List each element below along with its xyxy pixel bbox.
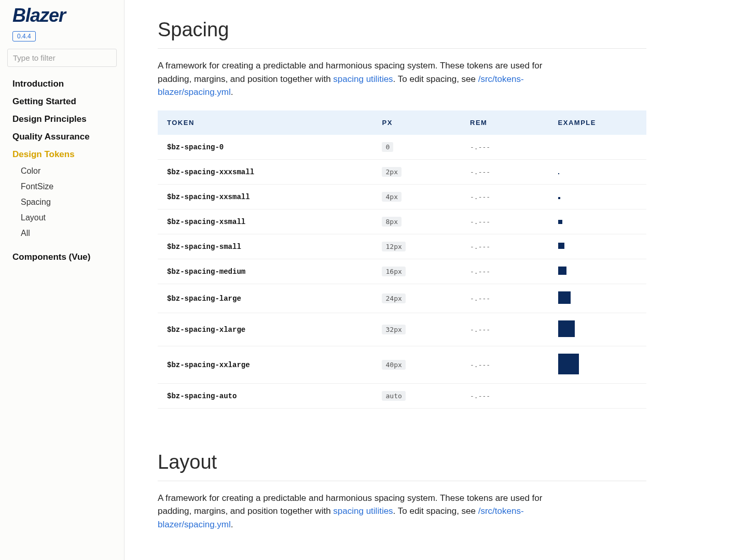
intro-text-post: . — [231, 87, 233, 97]
intro-text-mid: . To edit spacing, see — [393, 74, 478, 84]
spacing-swatch — [558, 197, 560, 199]
px-value: 16px — [382, 267, 405, 276]
token-name: $bz-spacing-0 — [167, 143, 224, 151]
table-row: $bz-spacing-xxlarge40px-.--- — [158, 346, 646, 383]
subnav-layout[interactable]: Layout — [0, 210, 124, 226]
nav-design-tokens[interactable]: Design Tokens — [0, 146, 124, 163]
intro-text-mid-2: . To edit spacing, see — [393, 506, 478, 516]
token-name: $bz-spacing-xxlarge — [167, 361, 250, 369]
rem-value: -.--- — [470, 326, 490, 333]
px-value: 2px — [382, 167, 401, 177]
nav-components-vue[interactable]: Components (Vue) — [0, 248, 124, 266]
section-title-layout: Layout — [158, 445, 646, 481]
version-badge: 0.4.4 — [12, 31, 36, 41]
table-row: $bz-spacing-00-.--- — [158, 135, 646, 160]
link-spacing-utilities[interactable]: spacing utilities — [333, 74, 393, 84]
token-name: $bz-spacing-small — [167, 243, 241, 251]
logo-wrap: Blazer — [0, 6, 124, 28]
px-value: 0 — [382, 142, 393, 152]
spacing-swatch — [558, 220, 562, 224]
nav-design-principles[interactable]: Design Principles — [0, 110, 124, 128]
token-name: $bz-spacing-auto — [167, 392, 237, 400]
nav-introduction[interactable]: Introduction — [0, 75, 124, 93]
spacing-token-table: TOKEN PX REM EXAMPLE $bz-spacing-00-.---… — [158, 110, 646, 409]
spacing-intro: A framework for creating a predictable a… — [158, 59, 562, 99]
token-name: $bz-spacing-medium — [167, 268, 245, 276]
rem-value: -.--- — [470, 193, 490, 201]
token-name: $bz-spacing-xxsmall — [167, 193, 250, 201]
token-name: $bz-spacing-large — [167, 295, 241, 303]
subnav-spacing[interactable]: Spacing — [0, 194, 124, 210]
rem-value: -.--- — [470, 143, 490, 151]
sidebar: Blazer 0.4.4 Introduction Getting Starte… — [0, 0, 125, 560]
th-rem: REM — [461, 110, 549, 135]
token-name: $bz-spacing-xxxsmall — [167, 168, 254, 176]
rem-value: -.--- — [470, 392, 490, 400]
intro-text-post-2: . — [231, 520, 233, 529]
spacing-swatch — [558, 320, 575, 337]
table-row: $bz-spacing-autoauto-.--- — [158, 383, 646, 408]
rem-value: -.--- — [470, 361, 490, 369]
nav-quality-assurance[interactable]: Quality Assurance — [0, 128, 124, 146]
filter-input[interactable] — [7, 49, 117, 67]
logo-text: Blazer — [12, 5, 65, 26]
rem-value: -.--- — [470, 268, 490, 275]
layout-intro: A framework for creating a predictable a… — [158, 492, 562, 531]
px-value: 4px — [382, 192, 401, 202]
px-value: 8px — [382, 217, 401, 227]
th-example: EXAMPLE — [549, 110, 646, 135]
th-px: PX — [372, 110, 461, 135]
px-value: 12px — [382, 242, 405, 251]
rem-value: -.--- — [470, 295, 490, 302]
content-wrap: Spacing A framework for creating a predi… — [125, 0, 680, 560]
table-row: $bz-spacing-xlarge32px-.--- — [158, 313, 646, 346]
rem-value: -.--- — [470, 243, 490, 250]
spacing-swatch — [558, 173, 559, 174]
section-title-spacing: Spacing — [158, 12, 646, 49]
spacing-swatch — [558, 291, 571, 304]
spacing-swatch — [558, 354, 579, 374]
rem-value: -.--- — [470, 218, 490, 226]
subnav-all[interactable]: All — [0, 226, 124, 241]
px-value: 24px — [382, 293, 405, 303]
table-row: $bz-spacing-small12px-.--- — [158, 234, 646, 259]
link-spacing-utilities-2[interactable]: spacing utilities — [333, 506, 393, 516]
token-name: $bz-spacing-xsmall — [167, 218, 245, 226]
table-row: $bz-spacing-large24px-.--- — [158, 284, 646, 313]
spacing-swatch — [558, 243, 564, 249]
table-row: $bz-spacing-xsmall8px-.--- — [158, 209, 646, 234]
brand-logo: Blazer — [12, 6, 112, 25]
table-row: $bz-spacing-xxsmall4px-.--- — [158, 184, 646, 209]
filter-wrap — [0, 41, 124, 72]
px-value: auto — [382, 391, 405, 401]
spacing-swatch — [558, 267, 566, 275]
nav-getting-started[interactable]: Getting Started — [0, 93, 124, 110]
main-content: Spacing A framework for creating a predi… — [125, 0, 747, 560]
subnav-color[interactable]: Color — [0, 163, 124, 179]
token-name: $bz-spacing-xlarge — [167, 326, 245, 334]
px-value: 32px — [382, 325, 405, 334]
th-token: TOKEN — [158, 110, 372, 135]
rem-value: -.--- — [470, 168, 490, 176]
primary-nav: Introduction Getting Started Design Prin… — [0, 72, 124, 269]
table-row: $bz-spacing-medium16px-.--- — [158, 259, 646, 284]
table-row: $bz-spacing-xxxsmall2px-.--- — [158, 159, 646, 184]
px-value: 40px — [382, 360, 405, 370]
subnav-fontsize[interactable]: FontSize — [0, 179, 124, 194]
